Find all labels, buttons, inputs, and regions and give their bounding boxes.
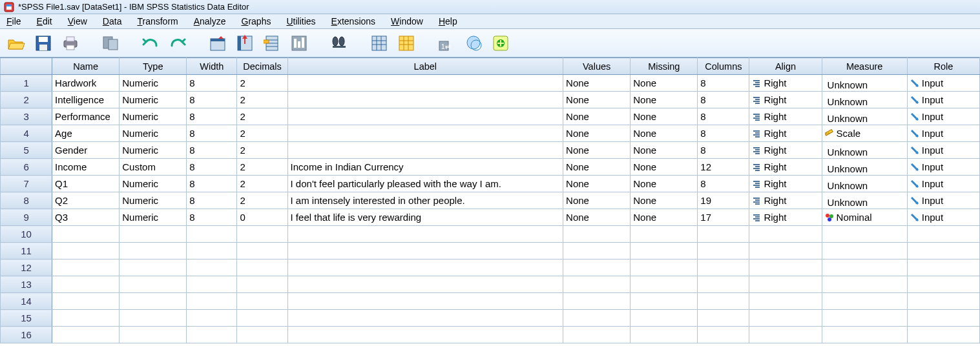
cell-align[interactable]: Right (749, 92, 822, 108)
row-header[interactable]: 7 (1, 176, 52, 192)
menu-file[interactable]: File (6, 16, 21, 26)
cell-columns[interactable]: 12 (698, 159, 749, 176)
cell-align[interactable]: Right (749, 75, 822, 92)
col-header[interactable]: Width (187, 58, 237, 75)
cell-measure[interactable]: Unknown (822, 176, 907, 192)
cell-empty[interactable] (907, 260, 979, 276)
cell-empty[interactable] (822, 293, 907, 310)
cell-label[interactable]: I don't feel particularly pleased with t… (287, 176, 563, 192)
cell-empty[interactable] (631, 226, 698, 243)
cell-empty[interactable] (120, 260, 187, 276)
cell-missing[interactable]: None (631, 108, 698, 125)
cell-empty[interactable] (907, 243, 979, 260)
menu-utilities[interactable]: Utilities (286, 16, 315, 26)
cell-empty[interactable] (52, 243, 120, 260)
cell-role[interactable]: Input (907, 176, 979, 192)
select-cases-icon[interactable]: 1⇄ (437, 34, 456, 53)
cell-label[interactable]: I feel that life is very rewarding (287, 209, 563, 226)
row-header[interactable]: 2 (1, 92, 52, 108)
col-header[interactable]: Name (52, 58, 120, 75)
cell-label[interactable] (287, 125, 563, 142)
cell-empty[interactable] (698, 310, 749, 327)
cell-width[interactable]: 8 (187, 209, 237, 226)
row-header[interactable]: 15 (1, 310, 52, 327)
cell-empty[interactable] (749, 276, 822, 293)
cell-label[interactable] (287, 92, 563, 108)
table-row[interactable]: 3PerformanceNumeric82NoneNone8 Right Unk… (1, 108, 980, 125)
cell-empty[interactable] (187, 276, 237, 293)
cell-role[interactable]: Input (907, 75, 979, 92)
cell-empty[interactable] (563, 310, 631, 327)
row-header[interactable]: 8 (1, 192, 52, 209)
row-header[interactable]: 3 (1, 108, 52, 125)
row-header[interactable]: 1 (1, 75, 52, 92)
table-row[interactable]: 9Q3Numeric80I feel that life is very rew… (1, 209, 980, 226)
menu-window[interactable]: Window (391, 16, 423, 26)
cell-empty[interactable] (287, 276, 563, 293)
print-icon[interactable] (61, 34, 80, 53)
cell-empty[interactable] (120, 293, 187, 310)
cell-width[interactable]: 8 (187, 142, 237, 159)
cell-measure[interactable]: Nominal (822, 209, 907, 226)
cell-width[interactable]: 8 (187, 108, 237, 125)
cell-measure[interactable]: Unknown (822, 92, 907, 108)
col-header[interactable]: Role (907, 58, 979, 75)
cell-label[interactable] (287, 108, 563, 125)
table-row-empty[interactable]: 10 (1, 226, 980, 243)
weight-cases-icon[interactable] (397, 34, 416, 53)
cell-type[interactable]: Custom (120, 159, 187, 176)
cell-empty[interactable] (287, 260, 563, 276)
table-row-empty[interactable]: 13 (1, 276, 980, 293)
cell-missing[interactable]: None (631, 209, 698, 226)
cell-empty[interactable] (237, 243, 287, 260)
cell-role[interactable]: Input (907, 108, 979, 125)
cell-align[interactable]: Right (749, 125, 822, 142)
cell-label[interactable]: Income in Indian Currency (287, 159, 563, 176)
variables-icon[interactable] (262, 34, 282, 53)
cell-columns[interactable]: 8 (698, 108, 749, 125)
cell-align[interactable]: Right (749, 192, 822, 209)
col-header[interactable]: Measure (822, 58, 907, 75)
cell-empty[interactable] (287, 243, 563, 260)
cell-type[interactable]: Numeric (120, 192, 187, 209)
split-file-icon[interactable] (370, 34, 389, 53)
table-row-empty[interactable]: 16 (1, 327, 980, 343)
find-icon[interactable] (329, 34, 349, 53)
cell-missing[interactable]: None (631, 92, 698, 108)
cell-empty[interactable] (52, 276, 120, 293)
row-header[interactable]: 12 (1, 260, 52, 276)
cell-empty[interactable] (749, 310, 822, 327)
cell-empty[interactable] (822, 226, 907, 243)
cell-empty[interactable] (698, 243, 749, 260)
goto-case-icon[interactable] (208, 34, 227, 53)
cell-empty[interactable] (187, 260, 237, 276)
cell-missing[interactable]: None (631, 176, 698, 192)
col-header[interactable]: Type (120, 58, 187, 75)
redo-icon[interactable] (168, 34, 187, 53)
menu-transform[interactable]: Transform (137, 16, 178, 26)
cell-values[interactable]: None (563, 142, 631, 159)
cell-empty[interactable] (52, 226, 120, 243)
open-icon[interactable] (6, 34, 26, 53)
cell-measure[interactable]: Unknown (822, 75, 907, 92)
cell-measure[interactable]: Unknown (822, 192, 907, 209)
cell-decimals[interactable]: 2 (237, 92, 287, 108)
cell-empty[interactable] (631, 260, 698, 276)
cell-empty[interactable] (287, 310, 563, 327)
cell-name[interactable]: Q2 (52, 192, 120, 209)
cell-width[interactable]: 8 (187, 75, 237, 92)
cell-align[interactable]: Right (749, 108, 822, 125)
menu-data[interactable]: Data (103, 16, 122, 26)
cell-empty[interactable] (52, 293, 120, 310)
cell-name[interactable]: Q1 (52, 176, 120, 192)
cell-missing[interactable]: None (631, 142, 698, 159)
cell-empty[interactable] (187, 327, 237, 343)
cell-empty[interactable] (237, 327, 287, 343)
cell-name[interactable]: Gender (52, 142, 120, 159)
cell-columns[interactable]: 19 (698, 192, 749, 209)
cell-align[interactable]: Right (749, 209, 822, 226)
cell-values[interactable]: None (563, 75, 631, 92)
cell-empty[interactable] (187, 226, 237, 243)
table-row-empty[interactable]: 11 (1, 243, 980, 260)
row-header[interactable]: 14 (1, 293, 52, 310)
